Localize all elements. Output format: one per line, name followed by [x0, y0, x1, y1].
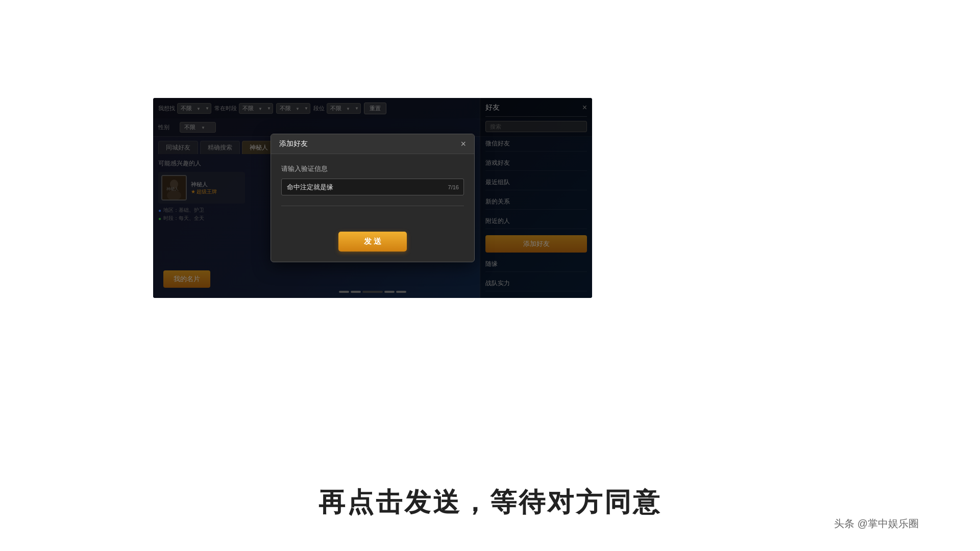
modal-footer: 发 送	[271, 227, 474, 262]
modal-header: 添加好友 ×	[271, 134, 474, 154]
send-button[interactable]: 发 送	[338, 232, 407, 252]
watermark-text: 头条 @掌中娱乐圈	[834, 518, 919, 529]
subtitle-text: 再点击发送，等待对方同意	[318, 485, 662, 520]
modal-dialog: 添加好友 × 请输入验证信息 7/16 发 送	[271, 134, 475, 262]
modal-body: 请输入验证信息 7/16	[271, 154, 474, 227]
modal-input-row: 7/16	[281, 179, 464, 195]
modal-label: 请输入验证信息	[281, 164, 464, 173]
modal-title: 添加好友	[279, 139, 308, 148]
verification-input[interactable]	[281, 179, 464, 195]
modal-close-icon[interactable]: ×	[460, 139, 466, 148]
modal-divider	[281, 206, 464, 206]
watermark: 头条 @掌中娱乐圈	[834, 517, 919, 531]
game-area: 我想找 不限 ▼ 常在时段 不限 ▼ 不限 ▼ 段位 不限 ▼	[153, 98, 592, 298]
modal-overlay: 添加好友 × 请输入验证信息 7/16 发 送	[153, 98, 592, 298]
subtitle-area: 再点击发送，等待对方同意	[0, 485, 980, 520]
char-count: 7/16	[448, 184, 459, 190]
